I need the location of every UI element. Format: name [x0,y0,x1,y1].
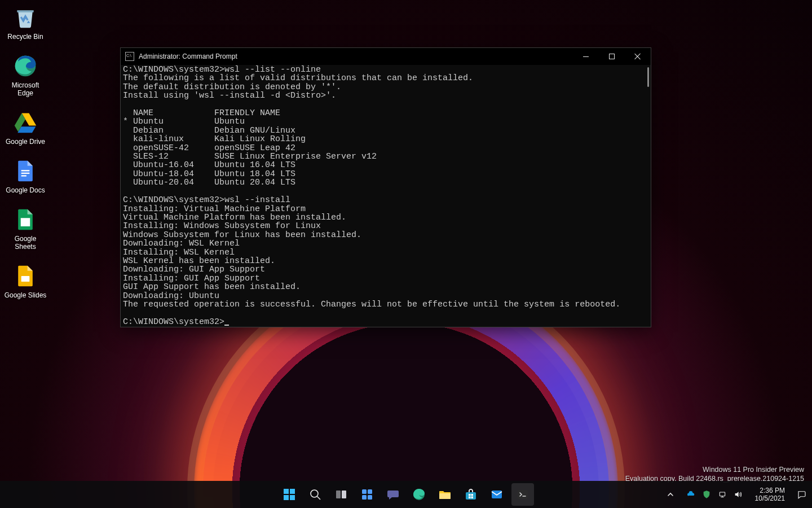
svg-rect-8 [290,495,295,500]
notification-icon [797,489,807,500]
maximize-button[interactable] [599,48,625,65]
svg-rect-21 [469,497,471,499]
tray-overflow-button[interactable] [664,483,677,506]
svg-line-10 [317,497,321,500]
google-drive-icon [12,110,38,135]
clock-time: 2:36 PM [755,487,785,494]
svg-rect-6 [290,489,295,494]
desktop-icon-label: Google Sheets [3,235,47,251]
network-icon [718,490,727,499]
svg-rect-25 [720,492,725,496]
cmd-icon [125,52,134,61]
minimize-button[interactable] [573,48,599,65]
mail-button[interactable] [486,483,508,506]
task-view-button[interactable] [330,483,352,506]
minimize-icon [583,56,589,57]
window-title: Administrator: Command Prompt [139,52,237,60]
svg-rect-16 [368,495,372,500]
onedrive-icon [686,490,695,499]
desktop-icon-google-drive[interactable]: Google Drive [3,110,47,146]
notifications-button[interactable] [795,488,809,501]
edge-taskbar-button[interactable] [408,483,430,506]
desktop-icon-label: Google Slides [3,291,47,299]
svg-rect-15 [362,495,367,500]
speaker-icon [734,490,743,499]
desktop-icon-recycle-bin[interactable]: Recycle Bin [3,5,47,41]
svg-rect-3 [21,175,27,176]
desktop-icon-google-docs[interactable]: Google Docs [3,158,47,194]
desktop-icon-microsoft-edge[interactable]: Microsoft Edge [3,53,47,97]
svg-rect-11 [336,491,341,498]
google-sheets-icon [12,207,38,233]
svg-rect-23 [492,491,502,498]
svg-rect-2 [21,173,30,174]
desktop-icon-label: Google Drive [3,138,47,146]
search-button[interactable] [304,483,326,506]
desktop-icons-column: Recycle Bin Microsoft Edge Google Drive … [3,5,51,312]
svg-rect-18 [439,493,451,499]
clock-button[interactable]: 2:36 PM 10/5/2021 [752,483,789,506]
window-titlebar[interactable]: Administrator: Command Prompt [121,48,651,65]
svg-rect-13 [362,489,367,494]
widgets-button[interactable] [356,483,378,506]
desktop-icon-label: Google Docs [3,186,47,194]
chat-button[interactable] [382,483,404,506]
svg-rect-24 [518,490,528,499]
maximize-icon [609,54,615,59]
svg-point-9 [311,490,318,497]
desktop-icon-label: Recycle Bin [3,33,47,41]
desktop-icon-label: Microsoft Edge [3,81,47,97]
command-prompt-window[interactable]: Administrator: Command Prompt C:\WINDOWS… [120,47,651,327]
system-tray: 2:36 PM 10/5/2021 [664,481,809,508]
edge-icon [12,53,38,79]
svg-rect-1 [21,170,30,171]
close-button[interactable] [625,48,651,65]
microsoft-store-button[interactable] [460,483,482,506]
terminal-output[interactable]: C:\WINDOWS\system32>wsl --list --online … [122,65,650,326]
close-icon [634,53,641,60]
svg-rect-7 [284,495,289,500]
desktop-icon-google-sheets[interactable]: Google Sheets [3,207,47,251]
shield-icon [702,490,711,499]
file-explorer-button[interactable] [434,483,456,506]
recycle-bin-icon [12,5,38,30]
start-button[interactable] [278,483,301,506]
desktop-icon-google-slides[interactable]: Google Slides [3,263,47,299]
svg-rect-22 [471,497,474,499]
chevron-up-icon [667,491,674,498]
taskbar-center [278,481,534,508]
svg-rect-20 [471,494,474,496]
svg-rect-12 [342,491,346,498]
taskbar: 2:36 PM 10/5/2021 [0,481,812,508]
svg-rect-14 [368,489,372,494]
svg-rect-5 [284,489,289,494]
terminal-taskbar-button[interactable] [511,483,534,506]
tray-status-icons[interactable] [683,483,746,506]
svg-rect-19 [469,494,471,496]
terminal-cursor [224,325,229,326]
clock-date: 10/5/2021 [755,494,785,502]
google-slides-icon [12,263,38,289]
svg-rect-4 [21,276,30,282]
watermark-line1: Windows 11 Pro Insider Preview [625,465,804,474]
google-docs-icon [12,158,38,184]
